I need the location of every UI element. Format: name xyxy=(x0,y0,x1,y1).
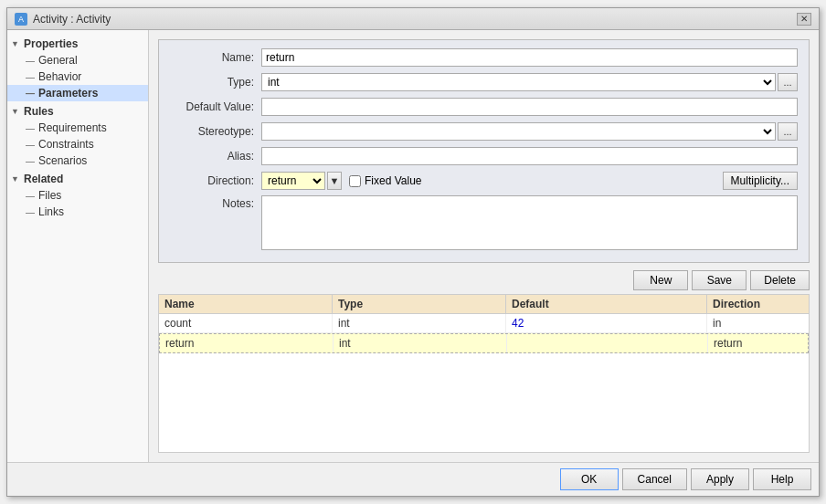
close-button[interactable]: ✕ xyxy=(797,13,811,26)
direction-controls: in out inout return ▼ Fixed Value Multip… xyxy=(261,172,798,190)
alias-row: Alias: xyxy=(170,146,798,166)
row2-name: return xyxy=(160,334,334,352)
name-row: Name: xyxy=(170,47,798,68)
type-row: Type: int void string bool ... xyxy=(170,72,798,92)
type-browse-button[interactable]: ... xyxy=(778,73,798,91)
stereotype-label: Stereotype: xyxy=(170,125,261,138)
ok-button[interactable]: OK xyxy=(560,468,619,490)
fixed-value-checkbox[interactable] xyxy=(349,175,361,187)
stereotype-select[interactable] xyxy=(261,122,776,141)
name-label: Name: xyxy=(170,51,261,64)
notes-label: Notes: xyxy=(170,195,261,210)
tree-item-requirements[interactable]: — Requirements xyxy=(7,120,148,136)
apply-button[interactable]: Apply xyxy=(691,468,749,490)
default-value-label: Default Value: xyxy=(170,100,261,113)
fixed-value-label[interactable]: Fixed Value xyxy=(349,174,421,187)
table-row[interactable]: return int return xyxy=(159,333,809,353)
table-row[interactable]: count int 42 in xyxy=(159,314,809,333)
row1-direction: in xyxy=(707,314,809,332)
save-button[interactable]: Save xyxy=(692,270,747,290)
notes-textarea[interactable] xyxy=(261,195,798,250)
tree-item-parameters[interactable]: — Parameters xyxy=(7,85,148,101)
row2-type: int xyxy=(334,334,507,352)
name-input[interactable] xyxy=(261,48,798,67)
tree-item-rules[interactable]: ▼ Rules xyxy=(7,103,148,120)
multiplicity-button[interactable]: Multiplicity... xyxy=(723,172,798,190)
direction-label: Direction: xyxy=(170,174,261,187)
delete-button[interactable]: Delete xyxy=(750,270,810,290)
form-area: Name: Type: int void string bool ... xyxy=(158,39,810,263)
tree-item-general[interactable]: — General xyxy=(7,52,148,68)
tree-item-related[interactable]: ▼ Related xyxy=(7,171,148,187)
tree-item-properties[interactable]: ▼ Properties xyxy=(7,36,148,52)
col-header-default: Default xyxy=(506,295,707,313)
row2-default xyxy=(507,334,708,352)
left-panel: ▼ Properties — General — Behavior — Para… xyxy=(7,30,149,462)
parameters-table: Name Type Default Direction count int 42… xyxy=(158,294,810,453)
row1-default: 42 xyxy=(506,314,707,332)
dash-icon-2: — xyxy=(26,72,35,82)
default-value-row: Default Value: xyxy=(170,97,798,117)
expand-icon-2: ▼ xyxy=(11,107,20,116)
tree-item-links[interactable]: — Links xyxy=(7,204,148,220)
right-panel: Name: Type: int void string bool ... xyxy=(149,30,819,462)
dialog-body: ▼ Properties — General — Behavior — Para… xyxy=(7,30,819,462)
type-select[interactable]: int void string bool xyxy=(261,73,776,91)
dash-icon-3: — xyxy=(26,89,35,99)
default-value-input[interactable] xyxy=(261,98,798,116)
cancel-button[interactable]: Cancel xyxy=(622,468,687,490)
tree-item-scenarios[interactable]: — Scenarios xyxy=(7,152,148,169)
new-button[interactable]: New xyxy=(633,270,688,290)
direction-dropdown-button[interactable]: ▼ xyxy=(327,172,342,190)
notes-row: Notes: xyxy=(170,195,798,250)
alias-label: Alias: xyxy=(170,150,261,163)
type-select-container: int void string bool ... xyxy=(261,73,798,91)
dash-icon-8: — xyxy=(26,207,35,217)
stereotype-browse-button[interactable]: ... xyxy=(778,122,798,141)
row1-type: int xyxy=(333,314,506,332)
col-header-direction: Direction xyxy=(707,295,809,313)
title-bar: A Activity : Activity ✕ xyxy=(7,8,819,30)
table-header: Name Type Default Direction xyxy=(159,295,809,314)
dash-icon-5: — xyxy=(26,140,35,150)
activity-dialog: A Activity : Activity ✕ ▼ Properties — G… xyxy=(6,7,820,497)
col-header-type: Type xyxy=(333,295,506,313)
expand-icon: ▼ xyxy=(11,39,20,48)
row1-name: count xyxy=(159,314,333,332)
alias-input[interactable] xyxy=(261,147,798,165)
direction-select-container: in out inout return ▼ xyxy=(261,172,342,190)
stereotype-row: Stereotype: ... xyxy=(170,121,798,142)
direction-row: Direction: in out inout return ▼ xyxy=(170,171,798,191)
action-buttons: New Save Delete xyxy=(158,270,810,290)
stereotype-select-container: ... xyxy=(261,122,798,141)
title-bar-left: A Activity : Activity xyxy=(15,13,111,26)
type-label: Type: xyxy=(170,76,261,89)
expand-icon-3: ▼ xyxy=(11,174,20,184)
dash-icon-7: — xyxy=(26,191,35,201)
dash-icon-4: — xyxy=(26,123,35,133)
tree-item-behavior[interactable]: — Behavior xyxy=(7,68,148,85)
direction-select[interactable]: in out inout return xyxy=(261,172,325,190)
col-header-name: Name xyxy=(159,295,333,313)
dash-icon-6: — xyxy=(26,156,35,166)
dialog-icon: A xyxy=(15,13,27,26)
tree-item-files[interactable]: — Files xyxy=(7,187,148,204)
tree-item-constraints[interactable]: — Constraints xyxy=(7,136,148,152)
dialog-title: Activity : Activity xyxy=(33,13,111,26)
dash-icon: — xyxy=(26,56,35,66)
bottom-bar: OK Cancel Apply Help xyxy=(7,462,819,496)
help-button[interactable]: Help xyxy=(753,468,811,490)
row2-direction: return xyxy=(708,334,808,352)
